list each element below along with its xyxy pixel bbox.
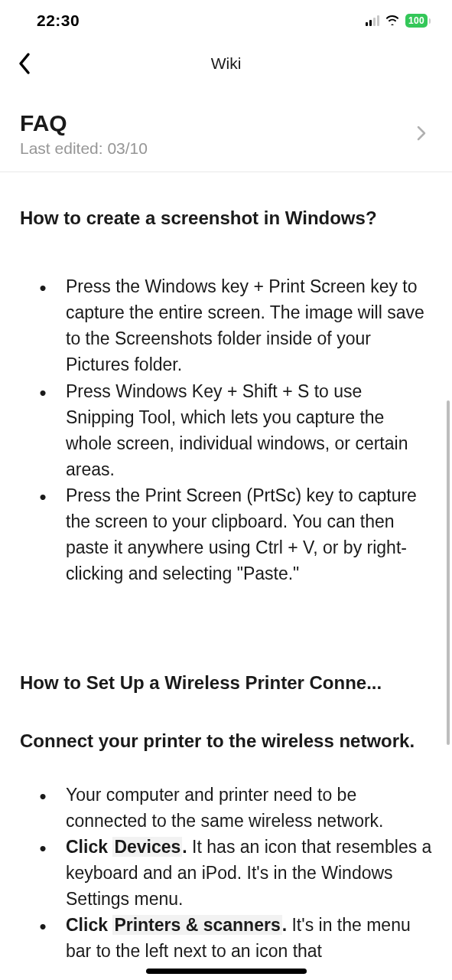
status-bar: 22:30 100	[0, 0, 452, 41]
content-scroll[interactable]: How to create a screenshot in Windows? P…	[0, 172, 452, 967]
bullet-list: Press the Windows key + Print Screen key…	[20, 273, 432, 586]
bullet-icon	[20, 273, 66, 377]
nav-title: Wiki	[211, 54, 242, 73]
article: How to Set Up a Wireless Printer Conne..…	[20, 671, 432, 964]
list-item-text: Press the Windows key + Print Screen key…	[66, 273, 432, 377]
list-item: Your computer and printer need to be con…	[20, 782, 432, 834]
expand-button[interactable]	[411, 119, 432, 149]
list-item: Press the Windows key + Print Screen key…	[20, 273, 432, 377]
bullet-icon	[20, 912, 66, 964]
status-icons: 100	[366, 14, 431, 28]
back-button[interactable]	[9, 48, 40, 79]
battery-level: 100	[408, 15, 424, 26]
wifi-icon	[385, 14, 400, 28]
home-indicator[interactable]	[146, 969, 307, 974]
chevron-left-icon	[18, 52, 31, 75]
bullet-icon	[20, 482, 66, 586]
battery-icon: 100	[405, 14, 428, 28]
list-item-text: Click Printers & scanners. It's in the m…	[66, 912, 432, 964]
article-title: How to create a screenshot in Windows?	[20, 206, 432, 230]
page-header[interactable]: FAQ Last edited: 03/10	[0, 86, 452, 172]
list-item: Click Devices. It has an icon that resem…	[20, 834, 432, 912]
page-subtitle: Last edited: 03/10	[20, 139, 148, 158]
list-item-text: Your computer and printer need to be con…	[66, 782, 432, 834]
article-title: How to Set Up a Wireless Printer Conne..…	[20, 671, 432, 695]
scrollbar[interactable]	[447, 400, 450, 745]
list-item-text: Click Devices. It has an icon that resem…	[66, 834, 432, 912]
list-item-text: Press the Print Screen (PrtSc) key to ca…	[66, 482, 432, 586]
bullet-icon	[20, 378, 66, 482]
article-subtitle: Connect your printer to the wireless net…	[20, 729, 432, 753]
list-item: Press the Print Screen (PrtSc) key to ca…	[20, 482, 432, 586]
article: How to create a screenshot in Windows? P…	[20, 206, 432, 586]
nav-header: Wiki	[0, 41, 452, 86]
bullet-list: Your computer and printer need to be con…	[20, 782, 432, 964]
page-title: FAQ	[20, 110, 148, 136]
chevron-right-icon	[417, 126, 426, 141]
list-item: Click Printers & scanners. It's in the m…	[20, 912, 432, 964]
list-item-text: Press Windows Key + Shift + S to use Sni…	[66, 378, 432, 482]
status-time: 22:30	[37, 11, 80, 30]
list-item: Press Windows Key + Shift + S to use Sni…	[20, 378, 432, 482]
bullet-icon	[20, 782, 66, 834]
bullet-icon	[20, 834, 66, 912]
cellular-signal-icon	[366, 15, 380, 26]
